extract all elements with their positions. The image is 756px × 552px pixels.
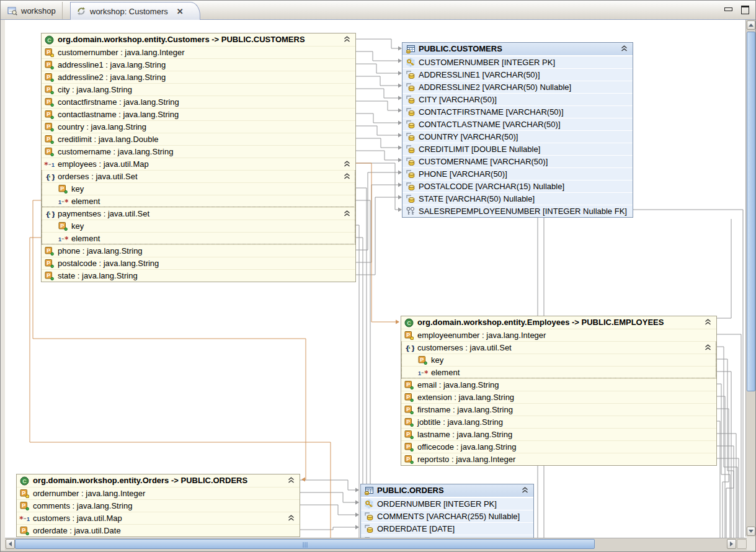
svg-text:C: C bbox=[47, 37, 51, 43]
attribute-row[interactable]: Pkey bbox=[401, 354, 716, 366]
table-orders[interactable]: PUBLIC.ORDERSORDERNUMBER [INTEGER PK]COM… bbox=[360, 484, 534, 538]
attribute-row[interactable]: CUSTOMERNAME [VARCHAR(50)] bbox=[402, 155, 633, 167]
attribute-row[interactable]: SALESREPEMPLOYEENUMBER [INTEGER Nullable… bbox=[402, 205, 633, 217]
attribute-row[interactable]: PHONE [VARCHAR(50)] bbox=[402, 167, 633, 180]
attribute-row[interactable]: Pcustomernumber : java.lang.Integer bbox=[42, 46, 355, 58]
column-icon bbox=[405, 194, 416, 203]
attribute-row[interactable]: Pcomments : java.lang.String bbox=[17, 499, 300, 512]
attribute-row[interactable]: Pcountry : java.lang.String bbox=[42, 120, 355, 133]
scroll-down-button[interactable] bbox=[747, 527, 755, 536]
svg-text:P: P bbox=[60, 185, 64, 192]
vertical-scroll-thumb[interactable] bbox=[747, 32, 755, 391]
attribute-row[interactable]: Ppostalcode : java.lang.String bbox=[42, 257, 355, 269]
attribute-row[interactable]: Paddressline1 : java.lang.String bbox=[42, 58, 355, 71]
attribute-row[interactable]: CONTACTFIRSTNAME [VARCHAR(50)] bbox=[402, 105, 633, 118]
attribute-row[interactable]: COMMENTS [VARCHAR(255) Nullable] bbox=[361, 510, 533, 522]
minimize-icon[interactable] bbox=[724, 7, 732, 11]
tab-workshop[interactable]: workshop bbox=[2, 2, 63, 19]
column-icon bbox=[405, 169, 416, 179]
svg-text:*: * bbox=[44, 160, 48, 168]
attribute-row[interactable]: 1*element bbox=[42, 195, 355, 207]
attribute-row[interactable]: *1employees : java.util.Map bbox=[42, 158, 355, 170]
attribute-row[interactable]: ADDRESSLINE2 [VARCHAR(50) Nullable] bbox=[402, 81, 633, 93]
attribute-row[interactable]: Preportsto : java.lang.Integer bbox=[401, 453, 716, 465]
collapse-chevron-icon[interactable] bbox=[705, 344, 711, 351]
arrowhead-icon bbox=[355, 513, 359, 517]
attribute-row[interactable]: Pcity : java.lang.String bbox=[42, 83, 355, 96]
vertical-scrollbar[interactable] bbox=[745, 20, 755, 536]
entity-header[interactable]: Corg.domain.workshop.entity.Orders -> PU… bbox=[17, 474, 300, 487]
scroll-left-button[interactable] bbox=[6, 539, 15, 549]
collapse-chevron-icon[interactable] bbox=[344, 173, 350, 180]
attribute-row[interactable]: {}paymentses : java.util.Set bbox=[42, 207, 355, 220]
attribute-row[interactable]: {}orderses : java.util.Set bbox=[42, 170, 355, 182]
attribute-row[interactable]: Pcustomername : java.lang.String bbox=[42, 145, 355, 158]
attribute-row[interactable]: Pcontactlastname : java.lang.String bbox=[42, 108, 355, 120]
table-header[interactable]: PUBLIC.ORDERS bbox=[361, 484, 533, 497]
table-header[interactable]: PUBLIC.CUSTOMERS bbox=[402, 43, 633, 56]
attribute-row[interactable]: ORDERNUMBER [INTEGER PK] bbox=[361, 497, 533, 510]
entity-customers[interactable]: Corg.domain.workshop.entity.Customers ->… bbox=[41, 33, 356, 282]
attribute-row[interactable]: ADDRESSLINE1 [VARCHAR(50)] bbox=[402, 68, 633, 81]
attribute-row[interactable]: Pordernumber : java.lang.Integer bbox=[17, 487, 300, 499]
attribute-row[interactable]: CREDITLIMIT [DOUBLE Nullable] bbox=[402, 143, 633, 155]
collapse-chevron-icon[interactable] bbox=[288, 515, 295, 522]
attribute-row[interactable]: CONTACTLASTNAME [VARCHAR(50)] bbox=[402, 118, 633, 130]
attribute-row[interactable]: {}customerses : java.util.Set bbox=[401, 341, 716, 354]
attribute-row[interactable]: Pkey bbox=[42, 182, 355, 195]
collection-sub-box[interactable]: {}customerses : java.util.SetPkey1*eleme… bbox=[401, 341, 716, 378]
svg-text:P: P bbox=[406, 406, 410, 412]
attribute-row[interactable]: Plastname : java.lang.String bbox=[401, 428, 716, 440]
attribute-row[interactable]: CUSTOMERNUMBER [INTEGER PK] bbox=[402, 56, 633, 68]
attribute-row[interactable]: Porderdate : java.util.Date bbox=[17, 524, 300, 536]
column-icon bbox=[363, 524, 374, 533]
attribute-row[interactable]: STATE [VARCHAR(50) Nullable] bbox=[402, 192, 633, 205]
entity-employees[interactable]: Corg.domain.workshop.entity.Employees ->… bbox=[401, 316, 717, 466]
tab-workshop-customers[interactable]: workshop: Customers ✕ bbox=[70, 2, 200, 20]
entity-header[interactable]: Corg.domain.workshop.entity.Employees ->… bbox=[401, 316, 716, 329]
collection-sub-box[interactable]: {}orderses : java.util.SetPkey1*element bbox=[42, 170, 355, 207]
attribute-row[interactable]: Pextension : java.lang.String bbox=[401, 391, 716, 403]
attribute-row[interactable]: Pphone : java.lang.String bbox=[42, 244, 355, 257]
collapse-chevron-icon[interactable] bbox=[344, 161, 350, 167]
attribute-row[interactable]: CITY [VARCHAR(50)] bbox=[402, 93, 633, 105]
attribute-row[interactable]: Pkey bbox=[42, 220, 355, 232]
attribute-row[interactable]: *1customers : java.util.Map bbox=[17, 512, 300, 524]
attribute-row[interactable]: 1*element bbox=[401, 366, 716, 378]
scroll-up-button[interactable] bbox=[747, 20, 755, 30]
table-customers[interactable]: PUBLIC.CUSTOMERSCUSTOMERNUMBER [INTEGER … bbox=[402, 42, 633, 218]
collection-sub-box[interactable]: {}paymentses : java.util.SetPkey1*elemen… bbox=[42, 207, 355, 244]
collapse-chevron-icon[interactable] bbox=[288, 477, 295, 484]
attribute-row[interactable]: Pcontactfirstname : java.lang.String bbox=[42, 96, 355, 108]
attribute-row[interactable]: Pemail : java.lang.String bbox=[401, 378, 716, 391]
svg-text:P: P bbox=[406, 419, 410, 425]
collapse-chevron-icon[interactable] bbox=[522, 487, 528, 494]
attribute-row[interactable]: Pofficecode : java.lang.String bbox=[401, 440, 716, 453]
entity-header[interactable]: Corg.domain.workshop.entity.Customers ->… bbox=[42, 33, 355, 46]
property-icon: P bbox=[44, 135, 55, 144]
attribute-row[interactable]: 1*element bbox=[42, 232, 355, 244]
svg-text:P: P bbox=[47, 61, 50, 68]
close-icon[interactable]: ✕ bbox=[177, 7, 184, 16]
horizontal-scroll-thumb[interactable] bbox=[15, 539, 595, 549]
attribute-row[interactable]: POSTALCODE [VARCHAR(15) Nullable] bbox=[402, 180, 633, 192]
collapse-chevron-icon[interactable] bbox=[705, 319, 711, 326]
attribute-row[interactable]: Paddressline2 : java.lang.String bbox=[42, 71, 355, 83]
attribute-row[interactable]: Pcreditlimit : java.lang.Double bbox=[42, 133, 355, 145]
diagram-canvas[interactable]: Corg.domain.workshop.entity.Customers ->… bbox=[5, 20, 747, 538]
collapse-chevron-icon[interactable] bbox=[621, 45, 628, 52]
horizontal-scrollbar[interactable] bbox=[5, 538, 747, 550]
attribute-row[interactable]: Pstate : java.lang.String bbox=[42, 269, 355, 282]
entity-orders[interactable]: Corg.domain.workshop.entity.Orders -> PU… bbox=[16, 474, 300, 537]
scroll-right-button[interactable] bbox=[727, 539, 736, 549]
maximize-icon[interactable] bbox=[741, 6, 749, 14]
collapse-chevron-icon[interactable] bbox=[344, 36, 350, 43]
attribute-row[interactable]: ORDERDATE [DATE] bbox=[361, 522, 533, 535]
attribute-row[interactable]: Pemployeenumber : java.lang.Integer bbox=[401, 329, 716, 341]
relationship-line bbox=[717, 458, 739, 538]
attribute-row[interactable]: Pfirstname : java.lang.String bbox=[401, 403, 716, 416]
collapse-chevron-icon[interactable] bbox=[344, 210, 350, 217]
attribute-row[interactable]: Pjobtitle : java.lang.String bbox=[401, 416, 716, 428]
row-label: orderdate : java.util.Date bbox=[33, 525, 121, 536]
attribute-row[interactable]: COUNTRY [VARCHAR(50)] bbox=[402, 130, 633, 143]
